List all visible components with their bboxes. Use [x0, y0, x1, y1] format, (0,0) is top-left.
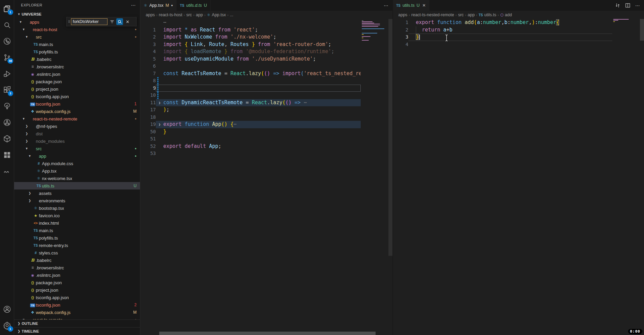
tree-item-main.ts[interactable]: TSmain.ts: [14, 41, 140, 48]
activity-waves-icon[interactable]: [2, 164, 13, 178]
tree-item-react-ts-nested-remote[interactable]: ▼react-ts-nested-remote●: [14, 115, 140, 122]
activity-explorer-icon[interactable]: 1: [2, 2, 13, 16]
more-icon[interactable]: ⋯: [384, 3, 388, 8]
tree-item-react-ts-remote[interactable]: ▼react-ts-remote●: [14, 316, 140, 319]
tree-item-main.ts[interactable]: TSmain.ts: [14, 227, 140, 234]
tree-item-tsconfig.app.json[interactable]: {}tsconfig.app.json: [14, 93, 140, 100]
tree-item-.eslintrc.json[interactable]: ◉.eslintrc.json: [14, 271, 140, 279]
scrollbar-vertical-right[interactable]: [640, 19, 644, 41]
tree-item-.eslintrc.json[interactable]: ◉.eslintrc.json: [14, 70, 140, 78]
activity-project-grid-icon[interactable]: [2, 148, 13, 162]
code-editor-right[interactable]: 1export function add(a:number,b:number,)…: [393, 19, 644, 335]
tree-item-.babelrc[interactable]: B.babelrc: [14, 55, 140, 63]
code-lines-right: 1export function add(a:number,b:number,)…: [393, 19, 644, 48]
tree-item-bootstrap.tsx[interactable]: ⚛bootstrap.tsx: [14, 204, 140, 212]
fold-chevron-icon[interactable]: ❯: [156, 121, 163, 128]
tree-item-tsconfig.json[interactable]: TStsconfig.json2: [14, 301, 140, 309]
breadcrumb-item-add[interactable]: ⬡add: [500, 13, 512, 17]
tree-item-react-ts-host[interactable]: ▼react-ts-host●: [14, 26, 140, 33]
tree-item-assets[interactable]: ❯assets: [14, 189, 140, 197]
tab-utils.ts[interactable]: TSutils.tsU✕: [393, 0, 429, 11]
tree-item-polyfills.ts[interactable]: TSpolyfills.ts: [14, 48, 140, 55]
tree-item-dist[interactable]: ❯dist: [14, 130, 140, 137]
activity-accounts-icon[interactable]: [2, 303, 13, 316]
tree-item-project.json[interactable]: {}project.json: [14, 85, 140, 93]
tree-item-favicon.ico[interactable]: ★favicon.ico: [14, 212, 140, 219]
tree-item-nx-welcome.tsx[interactable]: ⚛nx-welcome.tsx: [14, 175, 140, 182]
activity-nx-console-icon[interactable]: [2, 132, 13, 146]
minimap-right[interactable]: [613, 19, 640, 335]
tab-label: utils.ts: [403, 3, 414, 8]
tree-filter-input[interactable]: [71, 18, 108, 25]
code-editor-left[interactable]: ⋯1import * as React from 'react';2import…: [140, 19, 392, 335]
breadcrumb-item-src[interactable]: src: [458, 13, 464, 17]
tree-item-package.json[interactable]: {}package.json: [14, 78, 140, 85]
breadcrumb-item-app[interactable]: app: [196, 13, 203, 17]
fold-gutter: [156, 48, 163, 55]
tab-label: utils.d.ts: [186, 3, 202, 8]
tree-item-remote-entry.ts[interactable]: TSremote-entry.ts: [14, 242, 140, 249]
activity-run-debug-icon[interactable]: [2, 67, 13, 81]
tree-item-webpack.config.js[interactable]: ❖webpack.config.jsM: [14, 309, 140, 316]
minimap-left[interactable]: [362, 20, 388, 335]
tree-item-environments[interactable]: ❯environments: [14, 197, 140, 204]
open-changes-icon[interactable]: [615, 3, 620, 8]
tree-item-styles.css[interactable]: #styles.css: [14, 249, 140, 256]
tree-item-index.html[interactable]: <>index.html: [14, 219, 140, 227]
breadcrumb-item-app[interactable]: app: [468, 13, 475, 17]
breadcrumb-item-src[interactable]: src: [186, 13, 192, 17]
section-label: TIMELINE: [22, 329, 39, 333]
chevron-right-icon: ❯: [24, 139, 29, 143]
section-outline[interactable]: ❯OUTLINE: [14, 319, 140, 327]
tree-item-package.json[interactable]: {}package.json: [14, 279, 140, 286]
breadcrumb-item-apps[interactable]: apps: [146, 13, 155, 17]
tree-item-App.module.css[interactable]: #App.module.css: [14, 160, 140, 167]
tree-item-src[interactable]: ▼src●: [14, 145, 140, 152]
activity-settings-icon[interactable]: 1: [2, 319, 13, 332]
close-icon[interactable]: ✕: [422, 3, 426, 8]
tree-item-src[interactable]: ▼src●: [14, 33, 140, 41]
tree-item-tsconfig.json[interactable]: TStsconfig.json1: [14, 100, 140, 108]
breadcrumb-item-apps[interactable]: apps: [398, 13, 407, 17]
activity-badge: 1: [8, 9, 13, 15]
tab-utils.d.ts[interactable]: TSutils.d.tsU: [176, 0, 211, 11]
breadcrumb-item-react-ts-host[interactable]: react-ts-host: [159, 13, 182, 17]
tree-item-App.tsx[interactable]: ⚛App.tsx: [14, 167, 140, 175]
more-icon[interactable]: ⋯: [635, 3, 640, 8]
scrollbar-vertical-left[interactable]: [388, 19, 392, 256]
tree-item-.browserslistrc[interactable]: ≡.browserslistrc: [14, 63, 140, 70]
filter-icon[interactable]: [109, 18, 115, 25]
breadcrumb-item-utils.ts[interactable]: TSutils.ts: [479, 13, 496, 17]
minimap-line: [362, 29, 363, 30]
tree-item-.browserslistrc[interactable]: ≡.browserslistrc: [14, 264, 140, 271]
breadcrumb-item-react-ts-nested-remote[interactable]: react-ts-nested-remote: [411, 13, 454, 17]
activity-extensions-icon[interactable]: 3: [2, 83, 13, 97]
tree-item-webpack.config.js[interactable]: ❖webpack.config.jsM: [14, 108, 140, 115]
scrollbar-horizontal-left[interactable]: [159, 332, 376, 335]
breadcrumb-item-App.tsx[interactable]: ⚛App.tsx: [207, 13, 226, 17]
line-number: 4: [140, 48, 156, 55]
section-timeline[interactable]: ❯TIMELINE: [14, 327, 140, 335]
tree-item-node_modules[interactable]: ❯node_modules: [14, 137, 140, 145]
tree-item-app[interactable]: ▼app●: [14, 152, 140, 160]
split-editor-icon[interactable]: [625, 3, 630, 8]
tree-item-tsconfig.app.json[interactable]: {}tsconfig.app.json: [14, 294, 140, 301]
tree-item-polyfills.ts[interactable]: TSpolyfills.ts: [14, 234, 140, 242]
tree-item-.babelrc[interactable]: B.babelrc: [14, 256, 140, 264]
tab-App.tsx[interactable]: ⚛App.tsxM●: [140, 0, 176, 11]
activity-commit-graph-icon[interactable]: [2, 35, 13, 48]
fuzzy-search-toggle-icon[interactable]: [116, 18, 123, 25]
line-number: 1: [393, 19, 408, 26]
tree-item-@mf-types[interactable]: ❯@mf-types: [14, 122, 140, 130]
activity-testing-icon[interactable]: [2, 99, 13, 113]
activity-source-control-icon[interactable]: 38: [2, 51, 13, 64]
activity-git-graph-icon[interactable]: [2, 116, 13, 129]
breadcrumb-item-...[interactable]: ...: [230, 13, 233, 17]
fold-chevron-icon[interactable]: ❯: [156, 99, 163, 107]
tree-item-project.json[interactable]: {}project.json: [14, 286, 140, 294]
activity-search-icon[interactable]: [2, 18, 13, 32]
drag-handle-icon[interactable]: ⠿: [68, 20, 70, 24]
explorer-more-actions-icon[interactable]: ⋯: [131, 2, 136, 8]
close-filter-icon[interactable]: ✕: [124, 18, 131, 25]
tree-item-utils.ts[interactable]: TSutils.tsU: [14, 182, 140, 189]
